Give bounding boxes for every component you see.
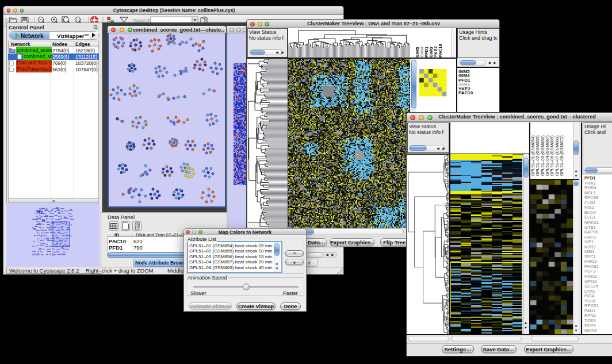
svg-text:1:1: 1:1 [76, 18, 80, 22]
svg-text:PAC10: PAC10 [438, 44, 443, 58]
svg-text:GPL51–08 (GSM872): GPL51–08 (GSM872) [559, 135, 564, 176]
